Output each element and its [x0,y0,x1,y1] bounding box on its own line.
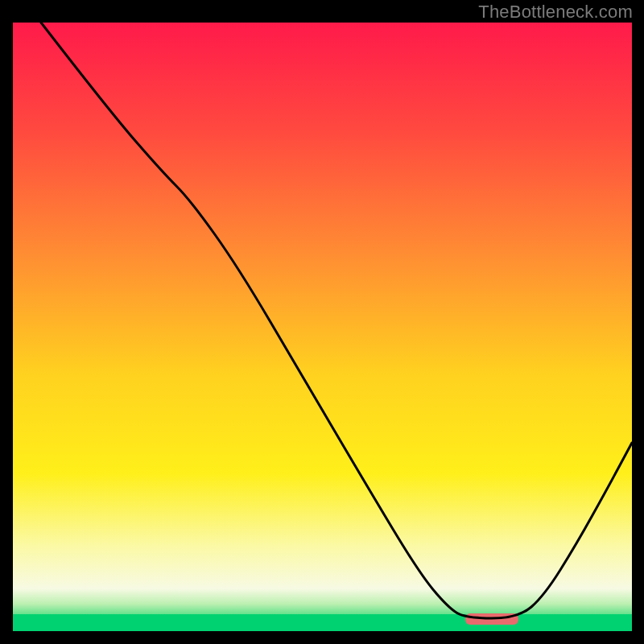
bottleneck-curve [13,23,632,631]
plot-area [13,23,632,631]
watermark-text: TheBottleneck.com [478,2,633,23]
chart-frame: TheBottleneck.com [0,0,644,644]
